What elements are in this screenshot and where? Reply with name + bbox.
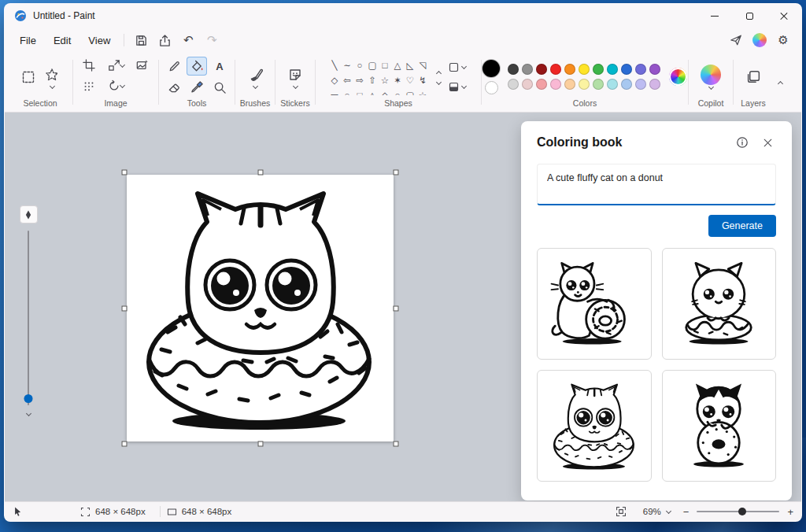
zoom-out-button[interactable]: − (683, 506, 690, 518)
foreground-color[interactable] (482, 60, 500, 77)
share-button[interactable] (153, 30, 176, 50)
background-remove-button[interactable] (132, 56, 153, 75)
zoom-slider-thumb[interactable] (738, 508, 746, 515)
shape-option[interactable]: □ (357, 91, 363, 94)
crop-button[interactable] (79, 56, 99, 75)
shape-option[interactable]: ♡ (406, 76, 414, 86)
close-button[interactable] (767, 4, 801, 28)
rect-select-button[interactable] (18, 68, 39, 87)
shape-option[interactable]: ☆ (419, 91, 427, 94)
color-swatch[interactable] (508, 79, 519, 90)
size-slider-button[interactable] (20, 205, 38, 224)
size-slider-track[interactable] (28, 231, 29, 405)
shape-option[interactable]: ↯ (419, 76, 427, 86)
shape-option[interactable]: △ (369, 91, 376, 94)
selection-handle[interactable] (257, 441, 263, 447)
info-button[interactable] (734, 134, 751, 151)
eraser-tool-button[interactable] (164, 78, 184, 97)
canvas[interactable] (127, 175, 394, 441)
color-swatch[interactable] (607, 79, 618, 90)
selection-handle[interactable] (122, 305, 128, 311)
color-swatch[interactable] (508, 64, 519, 75)
resize-button[interactable] (102, 56, 129, 75)
color-swatch[interactable] (593, 79, 604, 90)
generated-thumbnail-4[interactable] (662, 370, 777, 482)
pencil-tool-button[interactable] (164, 57, 184, 76)
minimize-button[interactable] (697, 4, 732, 28)
canvas-options-button[interactable] (79, 76, 99, 95)
zoom-slider[interactable] (697, 511, 779, 512)
undo-button[interactable]: ↶ (176, 30, 200, 50)
shape-outline-button[interactable] (446, 60, 468, 75)
layers-button[interactable] (743, 68, 763, 87)
copilot-button[interactable] (701, 65, 721, 85)
color-swatch[interactable] (564, 79, 575, 90)
color-swatch[interactable] (621, 64, 632, 75)
color-swatch[interactable] (635, 64, 646, 75)
color-swatch[interactable] (593, 64, 604, 75)
color-swatch[interactable] (635, 79, 646, 90)
menu-edit[interactable]: Edit (45, 31, 79, 50)
feedback-button[interactable] (724, 30, 748, 50)
color-swatch[interactable] (621, 79, 632, 90)
color-swatch[interactable] (550, 79, 561, 90)
shape-option[interactable]: △ (394, 61, 401, 71)
menu-file[interactable]: File (11, 31, 45, 50)
prompt-input[interactable] (538, 164, 775, 204)
color-wheel-button[interactable] (669, 68, 687, 86)
color-swatch[interactable] (536, 64, 547, 75)
color-swatch[interactable] (522, 79, 533, 90)
rotate-button[interactable] (102, 76, 129, 95)
selection-handle[interactable] (122, 170, 128, 175)
selection-handle[interactable] (122, 441, 128, 447)
generated-thumbnail-3[interactable] (537, 370, 652, 482)
shape-option[interactable]: ○ (357, 61, 363, 71)
shape-option[interactable]: ○ (395, 91, 401, 94)
color-picker-tool-button[interactable] (187, 78, 207, 97)
color-swatch[interactable] (649, 79, 660, 90)
shape-option[interactable]: ◇ (331, 76, 338, 86)
shape-option[interactable]: ∼ (343, 61, 351, 71)
shape-option[interactable]: ⇨ (356, 76, 364, 86)
color-swatch[interactable] (564, 64, 575, 75)
maximize-button[interactable] (732, 4, 767, 28)
shapes-scroll-down-icon[interactable] (436, 79, 442, 85)
save-button[interactable] (129, 30, 153, 50)
color-swatch[interactable] (607, 64, 618, 75)
free-select-button[interactable] (42, 65, 62, 84)
size-slider-thumb[interactable] (24, 394, 33, 403)
shapes-scroll-up-icon[interactable] (436, 71, 442, 76)
account-button[interactable] (748, 30, 771, 50)
shape-option[interactable]: ◇ (382, 91, 389, 94)
menu-view[interactable]: View (79, 31, 119, 50)
background-color[interactable] (485, 81, 498, 94)
selection-handle[interactable] (257, 170, 263, 175)
color-swatch[interactable] (579, 64, 590, 75)
shape-option[interactable]: ▢ (368, 61, 377, 71)
shape-option[interactable]: ⇦ (343, 76, 351, 86)
shapes-scrollbar[interactable] (437, 69, 441, 84)
generated-thumbnail-1[interactable] (537, 248, 652, 360)
selection-handle[interactable] (394, 170, 399, 175)
shape-option[interactable]: ◹ (420, 61, 427, 71)
color-swatch[interactable] (550, 64, 561, 75)
color-swatch[interactable] (579, 79, 590, 90)
fill-tool-button[interactable] (187, 57, 207, 76)
settings-button[interactable]: ⚙ (771, 30, 795, 50)
shape-option[interactable]: ╲ (332, 61, 338, 71)
magnifier-tool-button[interactable] (209, 78, 230, 97)
color-swatch[interactable] (522, 64, 533, 75)
fit-to-screen-button[interactable] (612, 504, 630, 519)
stickers-button[interactable] (285, 65, 305, 84)
shape-fill-button[interactable] (446, 79, 468, 94)
selection-dropdown-chevron-icon[interactable] (49, 83, 54, 89)
shape-option[interactable]: ○ (345, 91, 350, 94)
shape-option[interactable]: ▭ (331, 91, 339, 94)
panel-close-button[interactable] (759, 134, 776, 151)
selection-handle[interactable] (394, 441, 399, 447)
color-swatch[interactable] (649, 64, 660, 75)
selection-handle[interactable] (394, 305, 399, 311)
shape-option[interactable]: ◺ (407, 61, 414, 71)
generate-button[interactable]: Generate (708, 215, 776, 237)
zoom-level-dropdown[interactable]: 69% (638, 505, 675, 518)
